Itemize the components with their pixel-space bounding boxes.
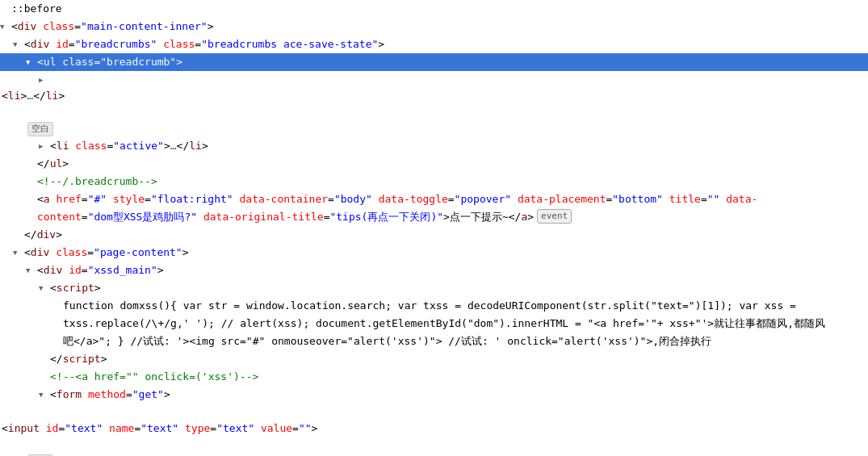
line-content: <li class="active">…</li> — [48, 138, 208, 154]
code-line: ▶<li class="active">…</li> — [0, 137, 868, 155]
code-line: <!--/.breadcrumb--> — [0, 173, 868, 190]
expand-triangle[interactable]: ▼ — [39, 280, 48, 296]
expand-triangle[interactable] — [39, 369, 48, 385]
event-badge: event — [537, 209, 572, 224]
expand-triangle[interactable] — [26, 156, 36, 172]
line-content: <ul class="breadcrumb"> — [36, 54, 182, 70]
expand-triangle[interactable] — [52, 404, 61, 420]
line-content: <input id="text" name="text" type="text"… — [0, 420, 317, 437]
line-content: txss.replace(/\+/g,' '); // alert(xss); … — [61, 316, 825, 332]
expand-triangle[interactable]: ▼ — [26, 54, 36, 70]
code-line: </script> — [0, 350, 868, 368]
code-line: ▼<div id="breadcrumbs" class="breadcrumb… — [0, 36, 868, 53]
line-content: content="dom型XSS是鸡肋吗?" data-original-tit… — [36, 209, 534, 225]
expand-triangle[interactable] — [52, 316, 61, 332]
expand-triangle[interactable]: ▼ — [26, 262, 36, 278]
line-content: <div class="main-content-inner"> — [10, 19, 213, 35]
code-line: <a href="#" style="float:right" data-con… — [0, 190, 868, 208]
line-content: <!--/.breadcrumb--> — [36, 174, 157, 190]
line-content: 吧</a>"; } //试试: '><img src="#" onmouseov… — [61, 333, 711, 349]
expand-triangle[interactable] — [26, 209, 36, 225]
expand-triangle[interactable] — [26, 191, 36, 207]
code-view: ::before▼<div class="main-content-inner"… — [0, 0, 868, 456]
code-line: ▼<div id="xssd_main"> — [0, 261, 868, 279]
code-line: </div> — [0, 226, 868, 244]
line-content: <li>…</li> — [0, 88, 65, 104]
expand-triangle[interactable]: ▼ — [39, 387, 48, 403]
code-line: <!--<a href="" onclick=('xss')--> — [0, 368, 868, 386]
expand-triangle[interactable]: ▶ — [39, 72, 48, 88]
code-line: ▶<li>…</li>空白 — [0, 71, 868, 137]
line-content: <script> — [48, 280, 101, 296]
expand-triangle[interactable] — [0, 1, 10, 17]
line-content: <div id="xssd_main"> — [36, 262, 164, 278]
expand-triangle[interactable] — [39, 351, 48, 367]
expand-triangle[interactable] — [52, 298, 61, 314]
code-line: ▼<script> — [0, 279, 868, 297]
code-line: </ul> — [0, 155, 868, 173]
line-content: ::before — [10, 1, 62, 17]
line-content: <a href="#" style="float:right" data-con… — [36, 191, 757, 207]
line-content: <div class="page-content"> — [23, 245, 189, 261]
code-line: ▼<div class="page-content"> — [0, 244, 868, 261]
line-content: </script> — [48, 351, 107, 367]
expand-triangle[interactable] — [26, 174, 36, 190]
expand-triangle[interactable] — [52, 333, 61, 349]
expand-triangle[interactable]: ▼ — [0, 19, 10, 35]
code-line: ▼<ul class="breadcrumb"> — [0, 53, 868, 71]
line-content: <div id="breadcrumbs" class="breadcrumbs… — [23, 36, 384, 52]
line-content: </div> — [23, 227, 62, 243]
code-line: function domxss(){ var str = window.loca… — [0, 297, 868, 315]
expand-triangle[interactable]: ▼ — [13, 36, 23, 52]
expand-triangle[interactable]: ▼ — [13, 245, 23, 261]
expand-triangle[interactable] — [13, 227, 23, 243]
empty-badge: 空白 — [27, 122, 53, 136]
code-line: txss.replace(/\+/g,' '); // alert(xss); … — [0, 315, 868, 333]
code-line: content="dom型XSS是鸡肋吗?" data-original-tit… — [0, 208, 868, 226]
line-content: function domxss(){ var str = window.loca… — [61, 298, 796, 314]
code-line: ▼<div class="main-content-inner"> — [0, 18, 868, 36]
code-line: <input id="text" name="text" type="text"… — [0, 404, 868, 456]
code-line: ▼<form method="get"> — [0, 386, 868, 404]
code-line: ::before — [0, 0, 868, 18]
line-content: <!--<a href="" onclick=('xss')--> — [48, 369, 258, 385]
line-content: </ul> — [36, 156, 69, 172]
line-content: <form method="get"> — [48, 387, 170, 403]
code-line: 吧</a>"; } //试试: '><img src="#" onmouseov… — [0, 333, 868, 350]
expand-triangle[interactable]: ▶ — [39, 138, 48, 154]
